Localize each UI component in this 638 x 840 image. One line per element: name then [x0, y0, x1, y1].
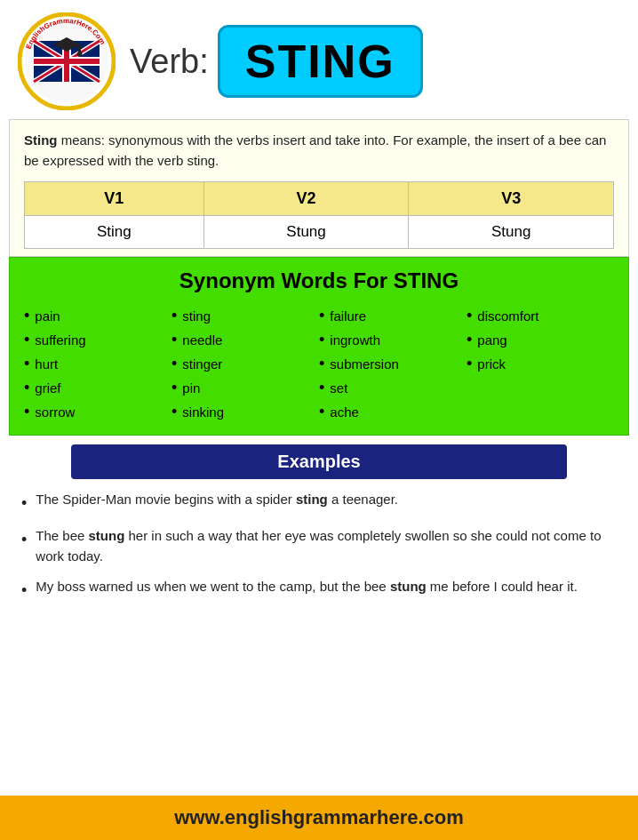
v3-value: Stung — [409, 216, 614, 249]
synonym-item: grief — [24, 376, 171, 400]
synonym-item: sting — [171, 304, 319, 328]
examples-section: • The Spider-Man movie begins with a spi… — [0, 479, 638, 628]
synonym-col-4: discomfort pang prick — [467, 304, 614, 424]
synonym-col-2: sting needle stinger pin sinking — [171, 304, 319, 424]
bullet-1: • — [21, 492, 27, 516]
synonym-columns: pain suffering hurt grief sorrow sting n… — [24, 304, 614, 424]
synonym-item: failure — [319, 304, 467, 328]
v2-header: V2 — [203, 182, 409, 216]
synonym-item: suffering — [24, 328, 171, 352]
synonym-item: submersion — [319, 352, 467, 376]
example-text-1: The Spider-Man movie begins with a spide… — [36, 490, 398, 510]
v2-value: Stung — [203, 216, 409, 249]
synonym-item: sorrow — [24, 400, 171, 424]
definition-body: means: synonymous with the verbs insert … — [24, 132, 606, 168]
synonym-section: Synonym Words For STING pain suffering h… — [9, 257, 629, 436]
header-content: Verb: STING — [130, 25, 620, 98]
synonym-item: pin — [171, 376, 319, 400]
synonym-item: needle — [171, 328, 319, 352]
example-item-2: • The bee stung her in such a way that h… — [21, 526, 617, 566]
definition-word: Sting — [24, 132, 58, 148]
synonym-col-1: pain suffering hurt grief sorrow — [24, 304, 171, 424]
synonym-title-bold: STING — [394, 268, 459, 292]
v3-header: V3 — [409, 182, 614, 216]
synonym-title-normal: Synonym Words For — [179, 268, 394, 292]
synonym-item: discomfort — [467, 304, 614, 328]
examples-title: Examples — [277, 452, 360, 471]
definition-section: Sting means: synonymous with the verbs i… — [9, 119, 629, 257]
synonym-item: ache — [319, 400, 467, 424]
v1-value: Sting — [25, 216, 204, 249]
definition-text: Sting means: synonymous with the verbs i… — [24, 131, 614, 171]
svg-point-14 — [77, 52, 83, 57]
verb-word-box: STING — [218, 25, 423, 98]
synonym-item: sinking — [171, 400, 319, 424]
verb-label: Verb: — [130, 43, 209, 81]
verb-forms-table: V1 V2 V3 Sting Stung Stung — [24, 181, 614, 249]
synonym-item: hurt — [24, 352, 171, 376]
synonym-item: stinger — [171, 352, 319, 376]
example-text-3: My boss warned us when we went to the ca… — [36, 577, 577, 597]
synonym-item: prick — [467, 352, 614, 376]
footer: www.englishgrammarhere.com — [0, 796, 638, 840]
examples-header: Examples — [71, 444, 567, 479]
v1-header: V1 — [25, 182, 204, 216]
bullet-3: • — [21, 579, 27, 603]
example-item-1: • The Spider-Man movie begins with a spi… — [21, 490, 617, 516]
header: EnglishGrammarHere.Com Verb: STING — [0, 0, 638, 119]
synonym-item: set — [319, 376, 467, 400]
synonym-item: pang — [467, 328, 614, 352]
synonym-title: Synonym Words For STING — [24, 268, 614, 293]
logo: EnglishGrammarHere.Com — [18, 12, 116, 110]
example-text-2: The bee stung her in such a way that her… — [36, 526, 617, 566]
svg-rect-11 — [34, 59, 100, 64]
bullet-2: • — [21, 528, 27, 552]
footer-text: www.englishgrammarhere.com — [174, 806, 464, 828]
synonym-item: pain — [24, 304, 171, 328]
verb-word: STING — [245, 36, 395, 87]
example-item-3: • My boss warned us when we went to the … — [21, 577, 617, 603]
synonym-item: ingrowth — [319, 328, 467, 352]
synonym-col-3: failure ingrowth submersion set ache — [319, 304, 467, 424]
